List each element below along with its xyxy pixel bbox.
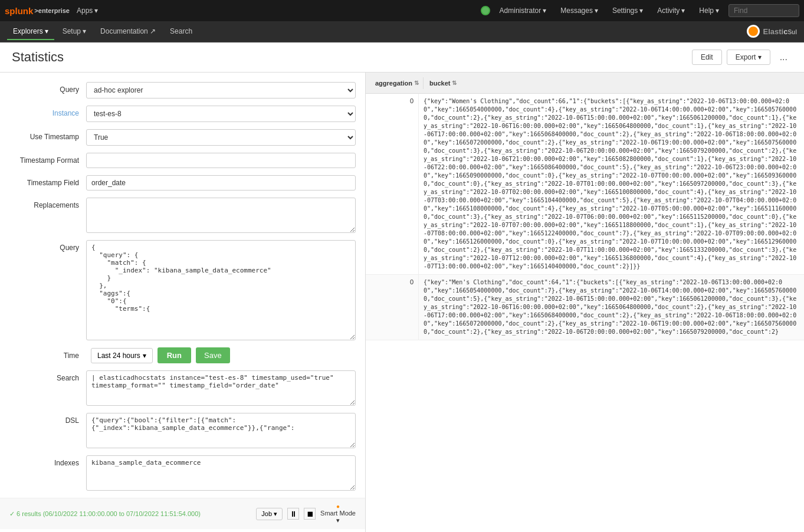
indexes-textarea[interactable]: kibana_sample_data_ecommerce: [86, 455, 356, 491]
indexes-row: Indexes kibana_sample_data_ecommerce: [0, 455, 365, 491]
indexes-label: Indexes: [9, 455, 86, 467]
search-row: Search | elasticadhocstats instance="tes…: [0, 370, 365, 406]
messages-chevron-icon: ▾: [595, 6, 598, 15]
table-row: 0 {"key":"Men's Clothing","doc_count":64…: [366, 275, 804, 340]
top-nav-left: splunk>enterprise Apps ▾: [5, 4, 103, 17]
find-input[interactable]: [728, 4, 799, 17]
timestamp-field-input[interactable]: [86, 175, 356, 191]
elastic-circle-icon: [747, 25, 760, 38]
help-chevron-icon: ▾: [716, 6, 719, 15]
explorers-nav-button[interactable]: Explorers ▾: [7, 24, 54, 40]
aggregation-cell: 0: [366, 275, 419, 340]
apps-menu-button[interactable]: Apps ▾: [72, 4, 103, 17]
messages-menu-button[interactable]: Messages ▾: [556, 4, 603, 17]
bucket-col-header[interactable]: bucket ⇅: [425, 77, 799, 89]
dsl-label: DSL: [9, 413, 86, 425]
secondary-navigation: Explorers ▾ Setup ▾ Documentation ↗ Sear…: [0, 21, 804, 42]
page-header-actions: Edit Export ▾ ...: [692, 50, 792, 65]
table-header: aggregation ⇅ bucket ⇅: [366, 73, 804, 94]
setup-nav-button[interactable]: Setup ▾: [57, 24, 92, 39]
top-nav-right: Administrator ▾ Messages ▾ Settings ▾ Ac…: [481, 4, 799, 17]
query-select[interactable]: ad-hoc explorer: [86, 82, 356, 98]
bucket-sort-icon: ⇅: [452, 80, 457, 86]
controls-row: ✓ 6 results (06/10/2022 11:00:00.000 to …: [0, 498, 365, 529]
main-layout: Query ad-hoc explorer Instance test-es-8…: [0, 73, 804, 532]
instance-row: Instance test-es-8: [0, 106, 365, 122]
stop-icon: ⏹: [306, 510, 314, 518]
instance-select[interactable]: test-es-8: [86, 106, 356, 122]
help-menu-button[interactable]: Help ▾: [694, 4, 724, 17]
use-timestamp-select[interactable]: True: [86, 129, 356, 146]
aggregation-cell: 0: [366, 94, 419, 274]
activity-menu-button[interactable]: Activity ▾: [652, 4, 690, 17]
administrator-menu-button[interactable]: Administrator ▾: [495, 4, 552, 17]
aggregation-col-header[interactable]: aggregation ⇅: [370, 77, 424, 89]
use-timestamp-label: Use Timestamp: [9, 129, 86, 141]
time-row: Time Last 24 hours ▾ Run Save: [0, 347, 365, 363]
query-body-textarea[interactable]: { "query": { "match": { "_index": "kiban…: [86, 240, 356, 340]
job-button[interactable]: Job ▾: [256, 508, 283, 520]
pause-button[interactable]: ⏸: [287, 508, 299, 520]
top-navigation: splunk>enterprise Apps ▾ Administrator ▾…: [0, 0, 804, 21]
right-panel: aggregation ⇅ bucket ⇅ 0 {"key":"Women's…: [366, 73, 804, 532]
edit-button[interactable]: Edit: [692, 50, 722, 65]
aggregation-sort-icon: ⇅: [414, 80, 419, 86]
elastic-logo: ElasticSul: [747, 25, 797, 38]
query-label: Query: [9, 82, 86, 94]
documentation-nav-button[interactable]: Documentation ↗: [94, 24, 162, 39]
bucket-cell: {"key":"Men's Clothing","doc_count":64,"…: [419, 275, 804, 340]
job-chevron-icon: ▾: [274, 510, 277, 517]
dsl-row: DSL {"query":{"bool":{"filter":[{"match"…: [0, 413, 365, 448]
timestamp-format-label: Timestamp Format: [9, 153, 86, 165]
pause-icon: ⏸: [290, 510, 297, 518]
setup-chevron-icon: ▾: [83, 27, 86, 35]
run-button[interactable]: Run: [157, 347, 191, 363]
dsl-textarea[interactable]: {"query":{"bool":{"filter":[{"match":{"_…: [86, 413, 356, 448]
status-check-icon: ✓: [9, 510, 15, 517]
page-title: Statistics: [12, 50, 64, 65]
replacements-textarea[interactable]: [86, 198, 356, 233]
timestamp-field-row: Timestamp Field: [0, 175, 365, 191]
query-row: Query ad-hoc explorer: [0, 82, 365, 98]
replacements-label: Replacements: [9, 198, 86, 209]
table-body: 0 {"key":"Women's Clothing","doc_count":…: [366, 94, 804, 340]
query-body-row: Query { "query": { "match": { "_index": …: [0, 240, 365, 340]
more-actions-button[interactable]: ...: [775, 50, 792, 65]
search-nav-button[interactable]: Search: [164, 24, 198, 39]
apps-label: Apps: [77, 6, 93, 15]
page-header: Statistics Edit Export ▾ ...: [0, 42, 804, 73]
table-row: 0 {"key":"Women's Clothing","doc_count":…: [366, 94, 804, 275]
splunk-logo[interactable]: splunk>enterprise: [5, 6, 70, 16]
time-label: Time: [9, 352, 86, 360]
activity-chevron-icon: ▾: [681, 6, 685, 15]
time-chevron-icon: ▾: [143, 352, 146, 360]
smart-mode-chevron-icon: ▾: [320, 517, 356, 524]
save-button[interactable]: Save: [196, 347, 230, 363]
admin-chevron-icon: ▾: [543, 6, 546, 15]
export-button[interactable]: Export ▾: [727, 50, 770, 65]
replacements-row: Replacements: [0, 198, 365, 233]
timestamp-field-label: Timestamp Field: [9, 175, 86, 187]
stop-button[interactable]: ⏹: [304, 508, 316, 520]
settings-chevron-icon: ▾: [639, 6, 643, 15]
export-chevron-icon: ▾: [758, 53, 762, 61]
bucket-cell: {"key":"Women's Clothing","doc_count":66…: [419, 94, 804, 274]
instance-label: Instance: [9, 106, 86, 117]
time-picker-button[interactable]: Last 24 hours ▾: [91, 348, 153, 363]
settings-menu-button[interactable]: Settings ▾: [608, 4, 648, 17]
status-indicator: [481, 6, 490, 15]
search-textarea[interactable]: | elasticadhocstats instance="test-es-8"…: [86, 370, 356, 406]
smart-mode: ● Smart Mode ▾: [320, 503, 356, 524]
timestamp-format-input[interactable]: [86, 153, 356, 168]
apps-chevron-icon: ▾: [94, 6, 98, 15]
query-body-label: Query: [9, 240, 86, 252]
explorers-chevron-icon: ▾: [45, 27, 48, 35]
use-timestamp-row: Use Timestamp True: [0, 129, 365, 146]
search-label: Search: [9, 370, 86, 382]
controls-status: ✓ 6 results (06/10/2022 11:00:00.000 to …: [9, 510, 251, 518]
left-panel: Query ad-hoc explorer Instance test-es-8…: [0, 73, 366, 532]
timestamp-format-row: Timestamp Format: [0, 153, 365, 168]
